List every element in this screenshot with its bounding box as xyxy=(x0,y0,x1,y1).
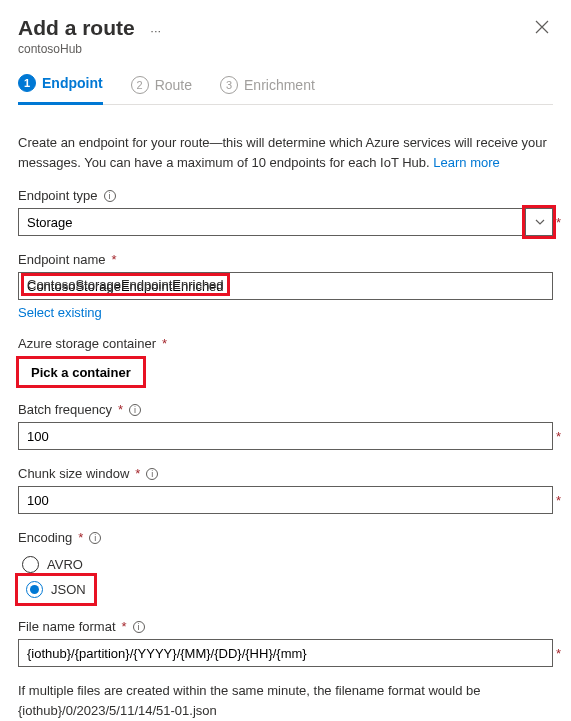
chunk-size-label: Chunk size window xyxy=(18,466,129,481)
encoding-json-radio[interactable]: JSON xyxy=(22,578,90,601)
info-icon[interactable]: i xyxy=(104,190,116,202)
tab-label: Endpoint xyxy=(42,75,103,91)
tab-endpoint[interactable]: 1 Endpoint xyxy=(18,74,103,105)
close-icon xyxy=(535,20,549,34)
encoding-avro-radio[interactable]: AVRO xyxy=(18,553,553,576)
batch-frequency-label: Batch frequency xyxy=(18,402,112,417)
required-indicator: * xyxy=(556,493,561,508)
required-indicator: * xyxy=(162,336,167,351)
select-existing-link[interactable]: Select existing xyxy=(18,305,102,320)
radio-icon xyxy=(26,581,43,598)
learn-more-link[interactable]: Learn more xyxy=(433,155,499,170)
filename-format-input[interactable] xyxy=(18,639,553,667)
tab-label: Route xyxy=(155,77,192,93)
info-icon[interactable]: i xyxy=(133,621,145,633)
required-indicator: * xyxy=(556,646,561,661)
endpoint-name-input[interactable] xyxy=(18,272,553,300)
subtitle: contosoHub xyxy=(18,42,161,56)
radio-label: JSON xyxy=(51,582,86,597)
info-icon[interactable]: i xyxy=(89,532,101,544)
chunk-size-input[interactable] xyxy=(18,486,553,514)
filename-footnote: If multiple files are created within the… xyxy=(18,681,553,720)
required-indicator: * xyxy=(78,530,83,545)
tab-enrichment[interactable]: 3 Enrichment xyxy=(220,74,315,105)
tab-step-indicator: 3 xyxy=(220,76,238,94)
intro-text: Create an endpoint for your route—this w… xyxy=(18,133,553,172)
radio-icon xyxy=(22,556,39,573)
tab-label: Enrichment xyxy=(244,77,315,93)
batch-frequency-input[interactable] xyxy=(18,422,553,450)
required-indicator: * xyxy=(122,619,127,634)
pick-container-button[interactable]: Pick a container xyxy=(18,358,144,386)
required-indicator: * xyxy=(556,215,561,230)
tab-route[interactable]: 2 Route xyxy=(131,74,192,105)
required-indicator: * xyxy=(118,402,123,417)
required-indicator: * xyxy=(135,466,140,481)
radio-label: AVRO xyxy=(47,557,83,572)
endpoint-type-select[interactable]: Storage xyxy=(18,208,553,236)
filename-format-label: File name format xyxy=(18,619,116,634)
close-button[interactable] xyxy=(531,16,553,41)
container-label: Azure storage container xyxy=(18,336,156,351)
more-icon[interactable]: ··· xyxy=(150,23,161,38)
page-title: Add a route xyxy=(18,16,135,40)
wizard-tabs: 1 Endpoint 2 Route 3 Enrichment xyxy=(18,74,553,105)
info-icon[interactable]: i xyxy=(146,468,158,480)
endpoint-name-label: Endpoint name xyxy=(18,252,105,267)
endpoint-type-label: Endpoint type xyxy=(18,188,98,203)
required-indicator: * xyxy=(111,252,116,267)
tab-step-indicator: 1 xyxy=(18,74,36,92)
required-indicator: * xyxy=(556,429,561,444)
info-icon[interactable]: i xyxy=(129,404,141,416)
tab-step-indicator: 2 xyxy=(131,76,149,94)
encoding-label: Encoding xyxy=(18,530,72,545)
